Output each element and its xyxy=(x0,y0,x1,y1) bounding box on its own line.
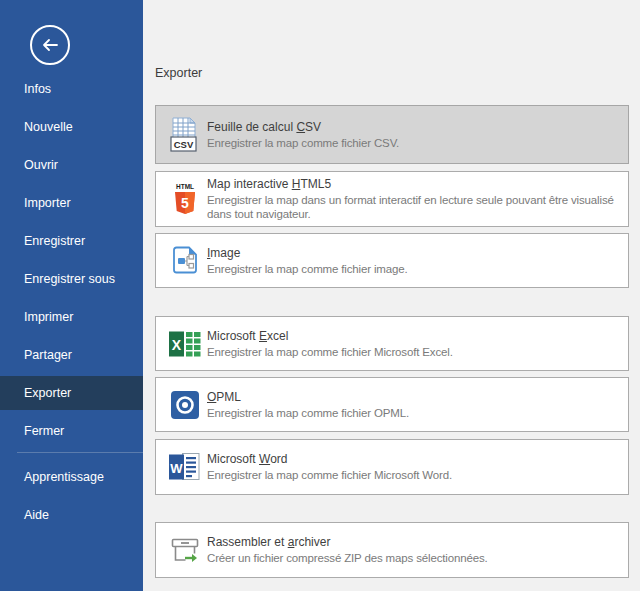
sidebar-item-aide[interactable]: Aide xyxy=(0,498,143,532)
svg-text:W: W xyxy=(170,461,183,476)
sidebar-divider xyxy=(17,452,143,453)
sidebar-item-enregistrer[interactable]: Enregistrer xyxy=(0,224,143,258)
html5-icon: HTML 5 xyxy=(167,182,203,216)
export-item-text: Rassembler et archiver Créer un fichier … xyxy=(207,535,628,565)
export-item-title: Feuille de calcul CSV xyxy=(207,120,620,135)
sidebar-item-nouvelle[interactable]: Nouvelle xyxy=(0,110,143,144)
export-item-description: Enregistrer la map comme fichier CSV. xyxy=(207,136,620,150)
export-item-title: OPML xyxy=(207,390,620,405)
export-item-description: Enregistrer la map comme fichier Microso… xyxy=(207,468,620,482)
sidebar-item-infos[interactable]: Infos xyxy=(0,72,143,106)
svg-text:CSV: CSV xyxy=(174,139,194,150)
sidebar-item-importer[interactable]: Importer xyxy=(0,186,143,220)
export-item-description: Enregistrer la map dans un format intera… xyxy=(207,193,620,221)
opml-icon xyxy=(167,391,203,419)
export-pane: Exporter CSV Feuille de calcul CSV Enreg… xyxy=(143,0,640,591)
export-item-text: Microsoft Excel Enregistrer la map comme… xyxy=(207,329,628,359)
sidebar-item-exporter[interactable]: Exporter xyxy=(0,376,143,410)
export-item-text: Map interactive HTML5 Enregistrer la map… xyxy=(207,177,628,221)
sidebar-item-partager[interactable]: Partager xyxy=(0,338,143,372)
word-icon: W xyxy=(167,452,203,482)
svg-text:X: X xyxy=(172,336,182,352)
export-item-opml[interactable]: OPML Enregistrer la map comme fichier OP… xyxy=(155,377,629,432)
sidebar: Infos Nouvelle Ouvrir Importer Enregistr… xyxy=(0,0,143,591)
export-item-title: Map interactive HTML5 xyxy=(207,177,620,192)
export-item-image[interactable]: Image Enregistrer la map comme fichier i… xyxy=(155,233,629,288)
page-title: Exporter xyxy=(155,66,629,80)
export-item-title: Rassembler et archiver xyxy=(207,535,620,550)
export-item-text: Feuille de calcul CSV Enregistrer la map… xyxy=(207,120,628,150)
export-item-description: Enregistrer la map comme fichier OPML. xyxy=(207,406,620,420)
export-item-pack-and-go[interactable]: Rassembler et archiver Créer un fichier … xyxy=(155,522,629,578)
export-item-title: Microsoft Excel xyxy=(207,329,620,344)
sidebar-item-ouvrir[interactable]: Ouvrir xyxy=(0,148,143,182)
export-item-word[interactable]: W Microsoft Word Enregistrer la map comm… xyxy=(155,439,629,495)
sidebar-item-apprentissage[interactable]: Apprentissage xyxy=(0,460,143,494)
sidebar-item-imprimer[interactable]: Imprimer xyxy=(0,300,143,334)
export-item-html5[interactable]: HTML 5 Map interactive HTML5 Enregistrer… xyxy=(155,171,629,227)
svg-text:5: 5 xyxy=(181,195,189,211)
export-item-description: Créer un fichier compressé ZIP des maps … xyxy=(207,551,620,565)
sidebar-nav: Infos Nouvelle Ouvrir Importer Enregistr… xyxy=(0,72,143,532)
export-item-text: Microsoft Word Enregistrer la map comme … xyxy=(207,452,628,482)
export-item-text: OPML Enregistrer la map comme fichier OP… xyxy=(207,390,628,420)
export-item-csv[interactable]: CSV Feuille de calcul CSV Enregistrer la… xyxy=(155,105,629,164)
back-arrow-icon xyxy=(39,37,61,53)
archive-box-icon xyxy=(167,535,203,565)
export-item-excel[interactable]: X Microsoft Excel Enregistrer la map com… xyxy=(155,316,629,371)
sidebar-item-enregistrer-sous[interactable]: Enregistrer sous xyxy=(0,262,143,296)
excel-icon: X xyxy=(167,329,203,359)
export-item-text: Image Enregistrer la map comme fichier i… xyxy=(207,246,628,276)
svg-text:HTML: HTML xyxy=(176,183,194,190)
csv-spreadsheet-icon: CSV xyxy=(167,116,203,153)
image-export-icon xyxy=(167,245,203,276)
export-item-description: Enregistrer la map comme fichier image. xyxy=(207,262,620,276)
back-button[interactable] xyxy=(30,25,70,65)
backstage-view: Infos Nouvelle Ouvrir Importer Enregistr… xyxy=(0,0,640,591)
export-item-description: Enregistrer la map comme fichier Microso… xyxy=(207,345,620,359)
export-item-title: Microsoft Word xyxy=(207,452,620,467)
export-item-title: Image xyxy=(207,246,620,261)
sidebar-item-fermer[interactable]: Fermer xyxy=(0,414,143,448)
